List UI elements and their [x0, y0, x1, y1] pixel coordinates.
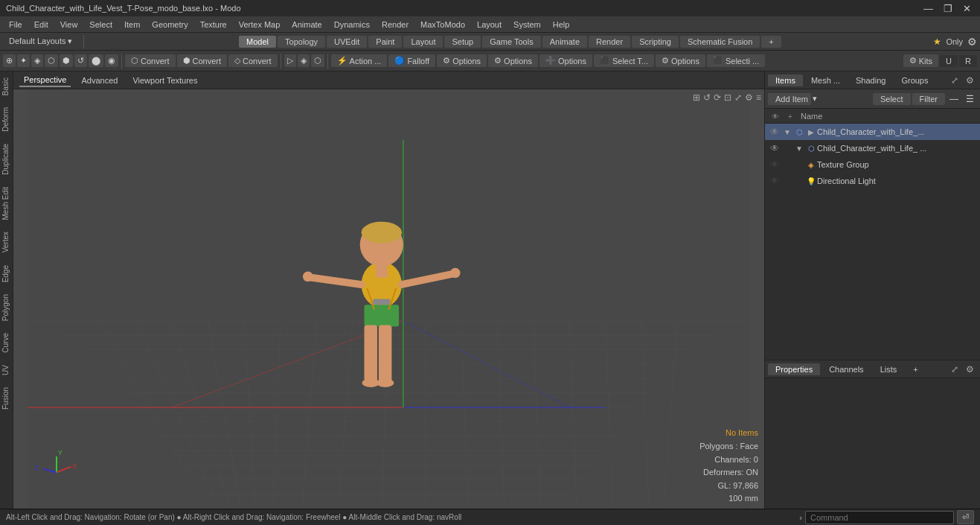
panel-tab-mesh[interactable]: Mesh ... [804, 74, 848, 86]
prop-tab-add[interactable]: + [906, 363, 925, 375]
vp-ctrl-3[interactable]: ⟳ [714, 92, 721, 103]
filter-icon-button[interactable]: ☰ [963, 92, 977, 106]
properties-expand-icon[interactable]: ⤢ [948, 363, 961, 376]
selecti-button[interactable]: ⬛ Selecti ... [707, 54, 765, 67]
left-tab-edge[interactable]: Edge [0, 259, 13, 288]
list-item[interactable]: 👁 💡 Directional Light [765, 173, 980, 189]
command-input[interactable] [805, 511, 954, 524]
filter-button[interactable]: Filter [912, 93, 945, 105]
tab-animate[interactable]: Animate [542, 36, 587, 48]
tool-basic-3[interactable]: ◈ [31, 54, 43, 67]
list-item[interactable]: 👁 ◈ Texture Group [765, 156, 980, 173]
left-tab-mesh-edit[interactable]: Mesh Edit [0, 181, 13, 226]
mode-icon-2[interactable]: ◈ [298, 54, 310, 67]
tab-model[interactable]: Model [239, 36, 276, 48]
menu-select[interactable]: Select [83, 19, 118, 31]
left-tab-uv[interactable]: UV [0, 359, 13, 381]
properties-settings-icon[interactable]: ⚙ [963, 363, 977, 376]
menu-maxtomodo[interactable]: MaxToModo [414, 19, 471, 31]
prop-tab-channels[interactable]: Channels [822, 363, 871, 375]
tool-basic-2[interactable]: ✦ [17, 54, 30, 67]
menu-edit[interactable]: Edit [28, 19, 54, 31]
eye-toggle-4[interactable]: 👁 [768, 174, 781, 188]
vp-ctrl-2[interactable]: ↺ [703, 92, 711, 103]
list-item[interactable]: 👁 ▼ ⬡ Child_Character_with_Life_ ... [765, 140, 980, 156]
mode-icon-1[interactable]: ▷ [284, 54, 296, 67]
tab-game-tools[interactable]: Game Tools [482, 36, 541, 48]
panel-settings-icon[interactable]: ⚙ [963, 74, 977, 87]
prop-tab-properties[interactable]: Properties [768, 363, 820, 375]
render-preview-button[interactable]: R [959, 55, 977, 67]
options-button-3[interactable]: ➕ Options [539, 54, 592, 67]
eye-toggle-2[interactable]: 👁 [768, 141, 781, 155]
panel-tab-items[interactable]: Items [768, 74, 803, 86]
left-tab-duplicate[interactable]: Duplicate [0, 138, 13, 181]
select-button[interactable]: Select [873, 93, 911, 105]
tab-setup[interactable]: Setup [444, 36, 481, 48]
tool-basic-6[interactable]: ↺ [74, 54, 87, 67]
default-layouts-dropdown[interactable]: Default Layouts ▾ [3, 35, 79, 48]
menu-help[interactable]: Help [547, 19, 576, 31]
left-tab-curve[interactable]: Curve [0, 327, 13, 359]
vp-ctrl-6[interactable]: ⚙ [745, 92, 753, 103]
list-item[interactable]: 👁 ▼ ⬡ ▶ Child_Character_with_Life_... [765, 124, 980, 140]
vp-ctrl-1[interactable]: ⊞ [693, 92, 700, 103]
menu-geometry[interactable]: Geometry [146, 19, 193, 31]
options-button-4[interactable]: ⚙ Options [656, 54, 705, 67]
mode-icon-3[interactable]: ⬡ [311, 54, 324, 67]
minus-button[interactable]: — [947, 92, 961, 106]
vp-ctrl-4[interactable]: ⊡ [724, 92, 731, 103]
vp-ctrl-5[interactable]: ⤢ [734, 92, 742, 103]
left-tab-basic[interactable]: Basic [0, 71, 13, 101]
tab-layout[interactable]: Layout [403, 36, 443, 48]
vp-tab-textures[interactable]: Viewport Textures [128, 74, 202, 86]
options-button-2[interactable]: ⚙ Options [488, 54, 538, 67]
tool-basic-1[interactable]: ⊕ [3, 54, 16, 67]
select-t-button[interactable]: ⬛ Select T... [594, 54, 654, 67]
menu-file[interactable]: File [3, 19, 28, 31]
convert-button-1[interactable]: ⬡ Convert [125, 54, 176, 67]
menu-item[interactable]: Item [118, 19, 146, 31]
menu-layout[interactable]: Layout [471, 19, 507, 31]
items-list[interactable]: 👁 ▼ ⬡ ▶ Child_Character_with_Life_... 👁 … [765, 124, 980, 360]
command-execute-button[interactable]: ⏎ [957, 510, 974, 524]
left-tab-fusion[interactable]: Fusion [0, 381, 13, 416]
menu-dynamics[interactable]: Dynamics [328, 19, 376, 31]
vp-ctrl-7[interactable]: ≡ [756, 92, 761, 103]
falloff-button[interactable]: 🔵 Falloff [388, 54, 435, 67]
vp-tab-advanced[interactable]: Advanced [77, 74, 122, 86]
tool-basic-4[interactable]: ⬡ [45, 54, 58, 67]
panel-tab-shading[interactable]: Shading [848, 74, 893, 86]
tab-schematic-fusion[interactable]: Schematic Fusion [680, 36, 760, 48]
kits-button[interactable]: ⚙ Kits [903, 54, 938, 67]
menu-system[interactable]: System [507, 19, 547, 31]
tab-uvedit[interactable]: UVEdit [327, 36, 367, 48]
tab-topology[interactable]: Topology [278, 36, 325, 48]
tab-add[interactable]: + [761, 36, 781, 48]
menu-vertex-map[interactable]: Vertex Map [233, 19, 286, 31]
close-button[interactable]: ✕ [960, 3, 974, 14]
tool-basic-7[interactable]: ⬤ [89, 54, 103, 67]
menu-view[interactable]: View [54, 19, 84, 31]
left-tab-polygon[interactable]: Polygon [0, 288, 13, 327]
prop-tab-lists[interactable]: Lists [873, 363, 905, 375]
unreal-button[interactable]: U [940, 55, 958, 67]
left-tab-vertex[interactable]: Vertex [0, 226, 13, 258]
tab-paint[interactable]: Paint [368, 36, 402, 48]
action-button[interactable]: ⚡ Action ... [331, 54, 388, 67]
convert-button-2[interactable]: ⬢ Convert [177, 54, 228, 67]
add-item-dropdown[interactable]: ▾ [813, 94, 817, 104]
tool-basic-8[interactable]: ◉ [105, 54, 118, 67]
viewport-content[interactable]: X Y Z ⊞ ↺ ⟳ ⊡ ⤢ ⚙ ≡ No Items Polygons : … [13, 89, 764, 509]
tab-scripting[interactable]: Scripting [632, 36, 679, 48]
menu-render[interactable]: Render [376, 19, 414, 31]
menu-animate[interactable]: Animate [286, 19, 327, 31]
eye-toggle-1[interactable]: 👁 [768, 125, 781, 139]
viewport[interactable]: Perspective Advanced Viewport Textures [13, 71, 764, 509]
left-tab-deform[interactable]: Deform [0, 101, 13, 138]
options-button-1[interactable]: ⚙ Options [437, 54, 487, 67]
expand-icon-1[interactable]: ▼ [781, 126, 793, 138]
panel-tab-groups[interactable]: Groups [894, 74, 935, 86]
settings-button[interactable]: ⚙ [967, 36, 977, 48]
eye-toggle-3[interactable]: 👁 [768, 158, 781, 171]
